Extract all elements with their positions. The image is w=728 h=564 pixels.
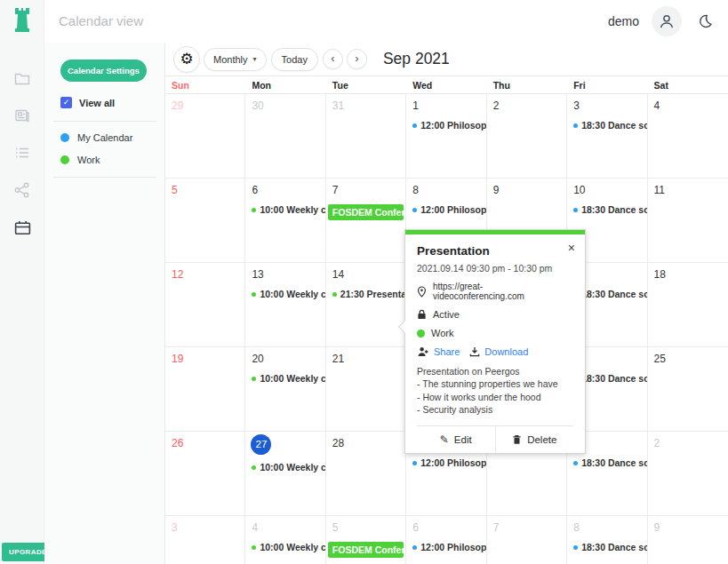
event-color-dot (412, 545, 417, 550)
calendar-day-cell[interactable]: 2 (487, 94, 567, 179)
day-number: 3 (172, 521, 178, 534)
weekday-label-thu: Thu (487, 80, 567, 91)
day-number: 14 (332, 268, 344, 281)
day-number: 1 (412, 99, 419, 112)
location-pin-icon (417, 286, 427, 298)
calendar-day-cell[interactable]: 5FOSDEM Confer... (326, 516, 406, 564)
calendar-day-cell[interactable]: 2 (648, 432, 728, 516)
day-number: 29 (172, 99, 183, 112)
view-mode-select[interactable]: Monthly ▾ (204, 48, 267, 71)
event-color-dot (412, 461, 417, 465)
edit-button[interactable]: ✎ Edit (417, 426, 496, 453)
prev-month-button[interactable]: ‹ (323, 49, 343, 69)
calendar-day-cell[interactable]: 18 (648, 263, 728, 347)
calendar-day-cell[interactable]: 2710:00 Weekly c... (245, 432, 325, 516)
calendar-event[interactable]: 10:00 Weekly c... (252, 289, 318, 299)
day-number: 18 (654, 268, 666, 281)
calendar-day-cell[interactable]: 5 (165, 179, 245, 263)
calendar-event[interactable]: 18:30 Dance so... (573, 120, 640, 131)
calendar-list-item-my-calendar[interactable]: My Calendar (60, 132, 164, 143)
calendar-event[interactable]: 18:30 Dance so... (573, 542, 640, 552)
calendar-day-cell[interactable]: 818:30 Dance so... (567, 516, 647, 564)
calendar-day-cell[interactable]: 318:30 Dance so... (567, 94, 647, 179)
view-all-label: View all (79, 98, 115, 108)
event-color-dot (573, 461, 578, 465)
calendar-day-cell[interactable]: 610:00 Weekly c... (245, 179, 325, 263)
calendar-event[interactable]: FOSDEM Confer... (328, 542, 404, 558)
event-title: Presentation (417, 244, 573, 258)
event-actions-row: Share Download (417, 346, 573, 357)
nav-drive-icon[interactable] (12, 68, 33, 89)
delete-button[interactable]: Delete (496, 426, 574, 453)
calendar-event[interactable]: FOSDEM Confer... (328, 204, 404, 220)
calendar-event[interactable]: 10:00 Weekly c... (252, 204, 318, 215)
calendar-event[interactable]: 12:00 Philosop... (412, 542, 479, 552)
close-icon[interactable]: × (568, 242, 575, 254)
calendar-day-cell[interactable]: 31 (326, 94, 406, 179)
event-color-dot (252, 377, 256, 381)
calendar-day-cell[interactable]: 1421:30 Presentat... (326, 263, 406, 347)
calendar-day-cell[interactable]: 1310:00 Weekly c... (245, 263, 325, 347)
calendar-day-cell[interactable]: 21 (326, 347, 406, 432)
calendar-event[interactable]: 12:00 Philosop... (412, 120, 479, 131)
nav-tasks-icon[interactable] (12, 142, 33, 163)
calendar-event[interactable]: 12:00 Philosop... (412, 457, 479, 468)
download-link[interactable]: Download (484, 346, 528, 357)
calendar-day-cell[interactable]: 26 (165, 432, 245, 516)
weekday-label-sun: Sun (165, 80, 245, 91)
calendar-day-cell[interactable]: 11 (648, 179, 728, 263)
calendar-day-cell[interactable]: 29 (165, 94, 245, 179)
calendar-day-cell[interactable]: 25 (648, 347, 728, 432)
lock-icon (417, 309, 427, 320)
event-color-dot (412, 208, 417, 212)
calendar-event[interactable]: 10:00 Weekly c... (252, 373, 318, 384)
calendar-day-cell[interactable]: 410:00 Weekly c... (245, 516, 325, 564)
weekday-label-sat: Sat (648, 80, 728, 91)
day-number: 28 (332, 437, 344, 449)
dark-mode-moon-icon[interactable] (694, 11, 716, 32)
share-link[interactable]: Share (434, 346, 460, 357)
nav-news-icon[interactable] (12, 105, 33, 126)
page-title: Calendar view (59, 13, 143, 28)
calendar-day-cell[interactable]: 12 (165, 263, 245, 347)
calendar-day-cell[interactable]: 30 (245, 94, 325, 179)
day-number: 2 (493, 99, 500, 112)
event-color-dot (252, 292, 256, 297)
calendar-week-row: 3410:00 Weekly c...5FOSDEM Confer...612:… (165, 516, 728, 564)
nav-social-icon[interactable] (12, 179, 33, 201)
peergos-logo-icon (12, 7, 33, 34)
left-nav-rail: UPGRADE (0, 0, 44, 564)
day-number: 20 (252, 353, 263, 365)
calendar-day-cell[interactable]: 3 (165, 516, 245, 564)
day-number: 6 (412, 521, 419, 534)
calendar-event[interactable]: 10:00 Weekly c... (252, 462, 318, 473)
day-number: 5 (172, 184, 178, 196)
today-button[interactable]: Today (271, 48, 318, 71)
calendar-event[interactable]: 18:30 Dance so... (573, 457, 640, 468)
calendar-day-cell[interactable]: 9 (648, 516, 728, 564)
calendar-event[interactable]: 18:30 Dance so... (573, 204, 640, 215)
day-number: 30 (252, 99, 263, 112)
calendar-day-cell[interactable]: 112:00 Philosop... (406, 94, 486, 179)
calendar-day-cell[interactable]: 7 (487, 516, 567, 564)
view-all-row[interactable]: ✓ View all (60, 97, 164, 108)
my-calendar-color-dot (60, 133, 69, 142)
calendar-gear-button[interactable]: ⚙ (173, 46, 200, 73)
day-number: 10 (573, 184, 585, 196)
calendar-day-cell[interactable]: 612:00 Philosop... (406, 516, 486, 564)
profile-avatar-button[interactable] (652, 6, 682, 36)
calendar-settings-button[interactable]: Calendar Settings (60, 60, 147, 82)
calendar-event[interactable]: 12:00 Philosop... (412, 204, 479, 215)
calendar-list-item-work[interactable]: Work (60, 155, 164, 165)
nav-calendar-icon[interactable] (12, 217, 33, 238)
calendar-day-cell[interactable]: 4 (648, 94, 728, 179)
calendar-day-cell[interactable]: 28 (326, 432, 406, 516)
work-color-dot (60, 155, 69, 164)
calendar-day-cell[interactable]: 19 (165, 347, 245, 432)
calendar-day-cell[interactable]: 7FOSDEM Confer... (326, 179, 406, 263)
view-all-checkbox[interactable]: ✓ (60, 97, 72, 108)
calendar-event[interactable]: 21:30 Presentat... (332, 289, 399, 299)
next-month-button[interactable]: › (347, 49, 367, 69)
calendar-event[interactable]: 10:00 Weekly c... (252, 542, 318, 552)
calendar-day-cell[interactable]: 2010:00 Weekly c... (245, 347, 325, 432)
